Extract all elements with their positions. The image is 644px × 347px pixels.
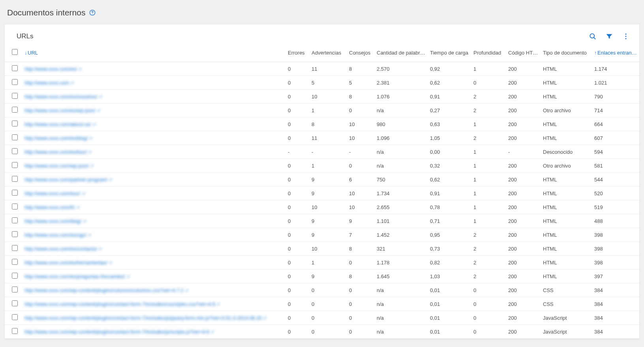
url-link[interactable]: http://www.xxxx.com/es/contacto/ xyxy=(24,246,97,252)
row-checkbox[interactable] xyxy=(12,79,18,85)
url-link[interactable]: http://www.xxxx.com/fr/ xyxy=(24,205,75,210)
more-menu-icon[interactable] xyxy=(622,32,630,40)
table-row: http://www.xxxx.com/es/ugc/↗0971.4520,95… xyxy=(5,228,639,242)
url-link[interactable]: http://www.xxxx.com/partner-program/ xyxy=(24,177,107,183)
url-link[interactable]: http://www.xxxx.com/es/herramientas/ xyxy=(24,260,107,266)
column-header-warnings[interactable]: Advertencias xyxy=(309,43,347,62)
column-header-depth[interactable]: Profundidad xyxy=(471,43,506,62)
column-header-doctype[interactable]: Tipo de documento xyxy=(541,43,592,62)
cell-words: n/a xyxy=(374,297,428,311)
cell-advice: 0 xyxy=(347,104,374,117)
cell-warnings: 0 xyxy=(309,283,347,297)
cell-depth: 1 xyxy=(471,145,506,159)
external-link-icon[interactable]: ↗ xyxy=(83,219,86,224)
external-link-icon[interactable]: ↗ xyxy=(216,302,220,307)
url-link[interactable]: http://www.xxxx.com/wp-content/plugins/c… xyxy=(24,315,262,321)
external-link-icon[interactable]: ↗ xyxy=(89,136,92,141)
row-checkbox[interactable] xyxy=(12,134,18,140)
row-checkbox[interactable] xyxy=(12,287,18,292)
row-checkbox[interactable] xyxy=(12,148,18,154)
url-link[interactable]: http://www.xxxx.com/es/preguntas-frecuen… xyxy=(24,274,125,279)
row-checkbox[interactable] xyxy=(12,93,18,99)
cell-warnings: 0 xyxy=(309,297,347,311)
external-link-icon[interactable]: ↗ xyxy=(92,122,96,127)
select-all-checkbox[interactable] xyxy=(12,49,18,55)
row-checkbox[interactable] xyxy=(12,314,18,320)
row-checkbox[interactable] xyxy=(12,231,18,237)
external-link-icon[interactable]: ↗ xyxy=(126,274,130,279)
column-header-inlinks[interactable]: ↑Enlaces entrantes xyxy=(592,43,639,62)
column-header-words[interactable]: Cantidad de palabras xyxy=(374,43,428,62)
external-link-icon[interactable]: ↗ xyxy=(88,233,91,238)
external-link-icon[interactable]: ↗ xyxy=(210,330,214,334)
cell-words: n/a xyxy=(374,104,428,117)
search-icon[interactable] xyxy=(589,32,597,40)
external-link-icon[interactable]: ↗ xyxy=(263,316,267,321)
sort-down-icon: ↓ xyxy=(24,50,27,56)
row-checkbox[interactable] xyxy=(12,190,18,196)
external-link-icon[interactable]: ↗ xyxy=(109,177,112,182)
help-icon[interactable] xyxy=(89,9,96,16)
cell-depth: 1 xyxy=(471,173,506,187)
external-link-icon[interactable]: ↗ xyxy=(97,108,100,113)
external-link-icon[interactable]: ↗ xyxy=(76,205,80,210)
external-link-icon[interactable]: ↗ xyxy=(90,164,94,168)
url-link[interactable]: http://www.xxxx.com/blog/ xyxy=(24,219,81,224)
url-link[interactable]: http://www.xxxx.com/wp-content/plugins/c… xyxy=(24,288,184,293)
url-link[interactable]: http://www.xxxx.com/tour/ xyxy=(24,191,81,196)
cell-inlinks: 594 xyxy=(592,145,639,159)
row-checkbox[interactable] xyxy=(12,259,18,265)
url-link[interactable]: http://www.xxxx.com/about-us/ xyxy=(24,122,91,127)
url-link[interactable]: http://www.xxxx.com/es/nosotros/ xyxy=(24,94,98,100)
url-link[interactable]: http://www.xxxx.com/wp-content/plugins/c… xyxy=(24,302,215,307)
url-link[interactable]: http://www.xxxx.com/es/wp-json/ xyxy=(24,108,96,113)
row-checkbox[interactable] xyxy=(12,217,18,223)
url-link[interactable]: http://www.xxxx.com/wp-content/plugins/c… xyxy=(24,329,209,335)
url-link[interactable]: http://www.xxxx.com xyxy=(24,80,69,86)
cell-doctype: HTML xyxy=(541,117,592,131)
filter-icon[interactable] xyxy=(605,32,613,40)
row-checkbox[interactable] xyxy=(12,204,18,209)
row-checkbox[interactable] xyxy=(12,121,18,126)
external-link-icon[interactable]: ↗ xyxy=(99,94,102,99)
url-link[interactable]: http://www.xxxx.com/wp-json/ xyxy=(24,163,89,169)
row-checkbox[interactable] xyxy=(12,65,18,71)
cell-words: 1.178 xyxy=(374,256,428,270)
url-link[interactable]: http://www.xxxx.com/es/tour/ xyxy=(24,149,87,155)
cell-depth: 2 xyxy=(471,270,506,283)
cell-inlinks: 544 xyxy=(592,173,639,187)
cell-doctype: HTML xyxy=(541,270,592,283)
table-row: http://www.xxxx.com/es/↗01182.5700,92120… xyxy=(5,62,639,76)
cell-doctype: CSS xyxy=(541,283,592,297)
url-link[interactable]: http://www.xxxx.com/es/ xyxy=(24,66,77,72)
row-checkbox[interactable] xyxy=(12,162,18,168)
column-header-advice[interactable]: Consejos xyxy=(347,43,374,62)
external-link-icon[interactable]: ↗ xyxy=(70,81,74,85)
column-header-loadtime[interactable]: Tiempo de carga xyxy=(428,43,471,62)
row-checkbox[interactable] xyxy=(12,328,18,334)
row-checkbox[interactable] xyxy=(12,300,18,306)
url-link[interactable]: http://www.xxxx.com/es/blog/ xyxy=(24,136,88,141)
cell-doctype: HTML xyxy=(541,90,592,104)
row-checkbox[interactable] xyxy=(12,273,18,279)
cell-advice: 10 xyxy=(347,117,374,131)
cell-loadtime: 0,63 xyxy=(428,117,471,131)
column-header-url[interactable]: ↓URL xyxy=(23,43,285,62)
external-link-icon[interactable]: ↗ xyxy=(78,67,82,72)
column-header-errors[interactable]: Errores xyxy=(285,43,309,62)
cell-words: 980 xyxy=(374,117,428,131)
row-checkbox[interactable] xyxy=(12,107,18,113)
external-link-icon[interactable]: ↗ xyxy=(82,191,85,196)
cell-depth: 2 xyxy=(471,131,506,145)
external-link-icon[interactable]: ↗ xyxy=(109,260,112,265)
external-link-icon[interactable]: ↗ xyxy=(88,150,92,155)
url-link[interactable]: http://www.xxxx.com/es/ugc/ xyxy=(24,232,86,238)
external-link-icon[interactable]: ↗ xyxy=(185,288,188,293)
row-checkbox[interactable] xyxy=(12,176,18,182)
cell-depth: 1 xyxy=(471,214,506,228)
row-checkbox[interactable] xyxy=(12,245,18,251)
column-header-httpcode[interactable]: Código HTTP xyxy=(506,43,541,62)
table-row: http://www.xxxx.com/fr/↗010102.6550,7812… xyxy=(5,200,639,214)
external-link-icon[interactable]: ↗ xyxy=(98,247,102,251)
cell-depth: 1 xyxy=(471,200,506,214)
